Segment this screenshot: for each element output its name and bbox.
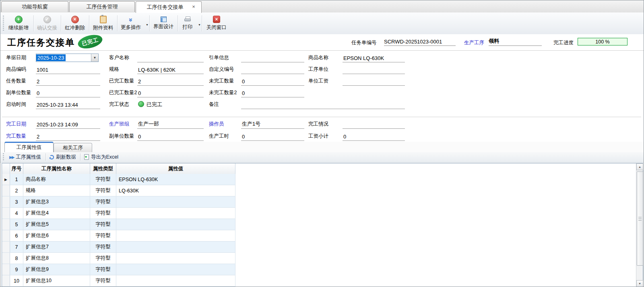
tab-function-navigator[interactable]: 功能导航窗 <box>1 1 68 12</box>
table-cell[interactable]: 扩展信息6 <box>23 230 90 241</box>
ui-design-button[interactable]: 界面设计 <box>151 14 176 33</box>
table-cell[interactable]: 2 <box>10 185 23 196</box>
attachment-button[interactable]: 附件资料 <box>90 14 116 33</box>
vertical-scrollbar[interactable]: ▲ ▼ <box>636 163 643 287</box>
table-row[interactable]: 8扩展信息8字符型 <box>2 253 235 264</box>
table-cell[interactable]: 扩展信息3 <box>23 196 90 207</box>
field-value[interactable] <box>137 53 204 62</box>
field-value[interactable] <box>241 100 405 109</box>
field-value[interactable]: 2 <box>36 132 100 141</box>
field-value[interactable]: 0 <box>241 132 304 141</box>
table-cell[interactable] <box>116 264 235 275</box>
table-cell[interactable]: 扩展信息5 <box>23 219 90 230</box>
task-no-field[interactable]: SCRWD-20251023-0001 <box>384 37 456 46</box>
field-value[interactable] <box>343 76 405 86</box>
field-link-label[interactable]: 完工日期 <box>6 121 36 128</box>
process-attributes-button[interactable]: ▶▶ 工序属性值 <box>9 153 41 161</box>
table-cell[interactable] <box>116 208 235 219</box>
table-cell[interactable]: 6 <box>10 230 23 241</box>
column-header-no[interactable]: 序号 <box>10 163 23 174</box>
more-actions-button[interactable]: » 更多操作 ▼ <box>118 14 144 33</box>
table-row[interactable]: 5扩展信息5字符型 <box>2 219 235 230</box>
tab-task-handover[interactable]: 工序任务交接单 × <box>136 1 202 13</box>
table-row[interactable]: ▶1商品名称字符型EPSON LQ-630K <box>2 174 235 185</box>
field-value[interactable]: 0 <box>137 132 204 141</box>
date-combo[interactable]: 2025-10-23 ▼ <box>36 54 99 62</box>
field-value[interactable]: 2 <box>36 76 100 86</box>
table-cell[interactable]: 字符型 <box>90 230 116 241</box>
table-row[interactable]: 6扩展信息6字符型 <box>2 230 235 242</box>
table-cell[interactable]: 字符型 <box>90 219 116 230</box>
field-value[interactable]: 0 <box>241 88 304 97</box>
field-value[interactable]: 0 <box>343 132 405 141</box>
scroll-up-button[interactable]: ▲ <box>636 163 643 170</box>
table-cell[interactable]: 9 <box>10 264 23 275</box>
table-row[interactable]: 4扩展信息4字符型 <box>2 208 235 219</box>
table-cell[interactable]: 字符型 <box>90 264 116 275</box>
scroll-down-button[interactable]: ▼ <box>636 280 643 287</box>
table-cell[interactable] <box>116 275 235 286</box>
refresh-data-button[interactable]: 刷新数据 <box>50 153 76 161</box>
table-cell[interactable]: 字符型 <box>90 196 116 207</box>
table-cell[interactable]: EPSON LQ-630K <box>116 174 235 185</box>
field-value[interactable]: 2025-10-23 13:44 <box>36 100 100 109</box>
field-value[interactable]: EPSON LQ-630K <box>343 53 405 62</box>
field-value[interactable]: LQ-630K | 620K <box>137 65 204 74</box>
table-row[interactable]: 10扩展信息10字符型 <box>2 275 235 287</box>
field-value[interactable]: 1001 <box>36 65 100 74</box>
dropdown-caret-icon[interactable]: ▼ <box>198 23 201 26</box>
scrollbar-thumb[interactable] <box>637 171 643 266</box>
combo-caret-button[interactable]: ▼ <box>91 54 98 62</box>
process-link[interactable]: 生产工序 <box>464 39 484 46</box>
tab-process-attributes[interactable]: 工序属性值 <box>4 142 54 152</box>
table-cell[interactable]: 商品名称 <box>23 174 90 185</box>
table-cell[interactable] <box>116 196 235 207</box>
table-cell[interactable]: 字符型 <box>90 208 116 219</box>
table-row[interactable]: 9扩展信息9字符型 <box>2 264 235 275</box>
confirm-handover-button[interactable]: ✓ 确认交接 <box>34 14 60 33</box>
dropdown-caret-icon[interactable]: ▼ <box>146 23 149 26</box>
table-cell[interactable] <box>116 230 235 241</box>
process-field[interactable]: 领料 <box>489 37 542 46</box>
red-delete-button[interactable]: × 红冲删除 <box>62 14 88 33</box>
table-row[interactable]: 7扩展信息7字符型 <box>2 242 235 253</box>
table-row[interactable]: 2规格字符型LQ-630K <box>2 185 235 196</box>
close-window-button[interactable]: × 关闭窗口 <box>203 14 230 33</box>
tab-task-management[interactable]: 工序任务管理 <box>69 1 135 12</box>
column-header-name[interactable]: 工序属性名称 <box>23 163 90 174</box>
field-link-label[interactable]: 操作员 <box>209 121 241 128</box>
export-excel-button[interactable]: 导出为Excel <box>84 153 118 161</box>
field-value[interactable] <box>241 53 304 62</box>
toolbar-grip[interactable] <box>3 16 4 31</box>
table-cell[interactable] <box>116 242 235 252</box>
field-value[interactable] <box>241 65 304 74</box>
table-cell[interactable] <box>116 253 235 264</box>
table-cell[interactable]: 扩展信息10 <box>23 275 90 286</box>
table-cell[interactable]: 8 <box>10 253 23 264</box>
table-cell[interactable]: 扩展信息8 <box>23 253 90 264</box>
field-value[interactable] <box>343 120 405 129</box>
field-value[interactable]: 0 <box>137 88 204 97</box>
table-row[interactable]: 3扩展信息3字符型 <box>2 196 235 208</box>
field-value[interactable]: 0 <box>36 88 100 97</box>
table-cell[interactable]: 扩展信息9 <box>23 264 90 275</box>
table-cell[interactable]: 1 <box>10 174 23 185</box>
tab-related-processes[interactable]: 相关工序 <box>54 143 92 152</box>
table-cell[interactable]: 3 <box>10 196 23 207</box>
field-value[interactable]: 2025-10-23 14:09 <box>36 120 100 129</box>
column-header-type[interactable]: 属性类型 <box>90 163 116 174</box>
table-cell[interactable]: 字符型 <box>90 242 116 252</box>
field-value[interactable] <box>343 65 405 74</box>
table-cell[interactable]: 扩展信息7 <box>23 242 90 252</box>
continue-add-button[interactable]: + 继续新增 <box>5 14 32 33</box>
print-button[interactable]: 打印 ▼ <box>179 14 196 33</box>
table-cell[interactable]: 4 <box>10 208 23 219</box>
table-cell[interactable]: 5 <box>10 219 23 230</box>
table-cell[interactable] <box>116 219 235 230</box>
table-cell[interactable]: 字符型 <box>90 185 116 196</box>
combo-selected-text[interactable]: 2025-10-23 <box>36 54 66 61</box>
field-link-label[interactable]: 完工数量 <box>6 133 36 140</box>
table-cell[interactable]: 字符型 <box>90 275 116 286</box>
field-value[interactable]: 0 <box>241 76 304 86</box>
field-value[interactable]: 生产1号 <box>241 120 304 129</box>
